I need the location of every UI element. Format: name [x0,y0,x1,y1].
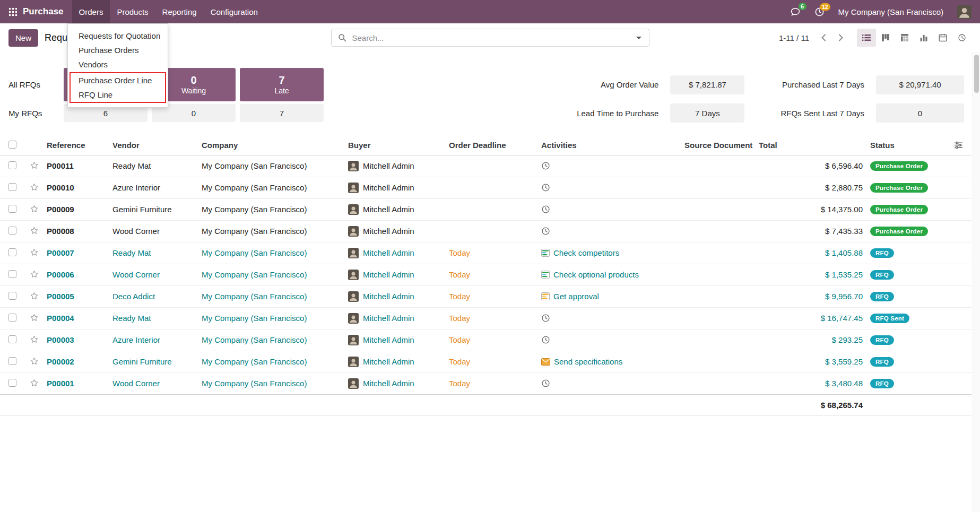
nav-menu-products[interactable]: Products [110,0,155,23]
activity-link[interactable]: Check optional products [553,270,639,279]
column-header-buyer[interactable]: Buyer [346,136,447,155]
activity-link[interactable]: Get approval [553,292,599,301]
nav-menu-orders[interactable]: Orders [72,0,110,23]
row-checkbox-cell[interactable] [0,198,23,220]
favorite-star-icon[interactable] [23,264,45,285]
nav-menu-reporting[interactable]: Reporting [155,0,204,23]
clock-icon[interactable] [541,183,550,192]
row-checkbox-cell[interactable] [0,307,23,329]
row-checkbox-cell[interactable] [0,220,23,242]
menu-item-purchase-orders[interactable]: Purchase Orders [68,43,168,57]
table-row[interactable]: P00009Gemini FurnitureMy Company (San Fr… [0,198,972,220]
table-row[interactable]: P00003Azure InteriorMy Company (San Fran… [0,329,972,351]
activity-cell[interactable] [539,372,682,394]
favorite-star-icon[interactable] [23,285,45,307]
menu-item-requests-for-quotation[interactable]: Requests for Quotation [68,29,168,43]
column-header-vendor[interactable]: Vendor [110,136,200,155]
app-brand[interactable]: Purchase [23,6,64,17]
row-checkbox[interactable] [8,379,16,387]
clock-icon[interactable] [541,379,550,388]
row-checkbox[interactable] [8,270,16,278]
favorite-star-icon[interactable] [23,372,45,394]
column-header-status[interactable]: Status [870,141,895,150]
table-row[interactable]: P00008Wood CornerMy Company (San Francis… [0,220,972,242]
search-dropdown-toggle-icon[interactable] [636,37,641,39]
favorite-star-icon[interactable] [23,242,45,264]
select-all-checkbox[interactable] [8,141,16,149]
vertical-scrollbar[interactable] [973,52,980,512]
activity-link[interactable]: Send specifications [554,357,622,366]
menu-item-rfq-line[interactable]: RFQ Line [71,88,165,102]
row-checkbox-cell[interactable] [0,329,23,351]
search-input[interactable] [351,33,633,43]
activity-cell[interactable]: Check competitors [539,242,682,264]
row-checkbox[interactable] [8,248,16,256]
favorite-star-icon[interactable] [23,220,45,242]
pivot-view-icon[interactable] [895,29,914,47]
clock-icon[interactable] [541,227,550,236]
table-row[interactable]: P00001Wood CornerMy Company (San Francis… [0,372,972,394]
activity-cell[interactable] [539,155,682,177]
list-green-icon[interactable] [541,271,550,279]
list-green-icon[interactable] [541,249,550,257]
column-header-reference[interactable]: Reference [45,136,110,155]
graph-view-icon[interactable] [914,29,933,47]
activity-cell[interactable] [539,198,682,220]
optional-columns-icon[interactable] [954,141,963,149]
clock-icon[interactable] [541,205,550,214]
activity-cell[interactable] [539,220,682,242]
row-checkbox[interactable] [8,314,16,322]
table-row[interactable]: P00011Ready MatMy Company (San Francisco… [0,155,972,177]
activity-cell[interactable] [539,177,682,198]
column-header-activities[interactable]: Activities [539,136,682,155]
favorite-star-icon[interactable] [23,351,45,372]
dashboard-tile-late[interactable]: 7 Late [240,68,324,101]
activity-cell[interactable] [539,329,682,351]
row-checkbox[interactable] [8,183,16,191]
favorite-star-icon[interactable] [23,307,45,329]
row-checkbox[interactable] [8,227,16,235]
activity-view-icon[interactable] [952,29,972,47]
row-checkbox-cell[interactable] [0,372,23,394]
table-row[interactable]: P00006Wood CornerMy Company (San Francis… [0,264,972,285]
favorite-star-icon[interactable] [23,155,45,177]
column-header-total[interactable]: Total [757,136,868,155]
table-row[interactable]: P00010Azure InteriorMy Company (San Fran… [0,177,972,198]
list-view-icon[interactable] [857,29,876,47]
row-checkbox-cell[interactable] [0,285,23,307]
row-checkbox[interactable] [8,292,16,300]
row-checkbox[interactable] [8,357,16,365]
clock-icon[interactable] [541,314,550,323]
activities-icon[interactable]: 12 [814,7,825,17]
table-row[interactable]: P00002Gemini FurnitureMy Company (San Fr… [0,351,972,372]
scrollbar-thumb[interactable] [974,55,979,93]
table-row[interactable]: P00005Deco AddictMy Company (San Francis… [0,285,972,307]
pager-previous-button[interactable] [817,30,830,46]
activity-cell[interactable]: Check optional products [539,264,682,285]
new-button[interactable]: New [8,29,38,47]
table-row[interactable]: P00004Ready MatMy Company (San Francisco… [0,307,972,329]
calendar-view-icon[interactable] [933,29,952,47]
kanban-view-icon[interactable] [876,29,895,47]
activity-link[interactable]: Check competitors [553,248,619,257]
envelope-icon[interactable] [541,358,550,366]
row-checkbox-cell[interactable] [0,351,23,372]
column-header-source-document[interactable]: Source Document [682,136,757,155]
my-rfqs-value-late[interactable]: 7 [240,104,324,122]
favorite-star-icon[interactable] [23,177,45,198]
pager-next-button[interactable] [834,30,847,46]
row-checkbox-cell[interactable] [0,155,23,177]
favorite-star-icon[interactable] [23,329,45,351]
menu-item-vendors[interactable]: Vendors [68,57,168,72]
company-switcher[interactable]: My Company (San Francisco) [838,7,943,16]
favorite-star-icon[interactable] [23,198,45,220]
list-orange-icon[interactable] [541,292,550,300]
messages-icon[interactable]: 6 [790,6,801,17]
row-checkbox-cell[interactable] [0,242,23,264]
clock-icon[interactable] [541,335,550,344]
user-avatar[interactable] [957,5,972,19]
row-checkbox[interactable] [8,335,16,343]
column-header-order-deadline[interactable]: Order Deadline [447,136,539,155]
row-checkbox[interactable] [8,205,16,213]
nav-menu-configuration[interactable]: Configuration [204,0,265,23]
